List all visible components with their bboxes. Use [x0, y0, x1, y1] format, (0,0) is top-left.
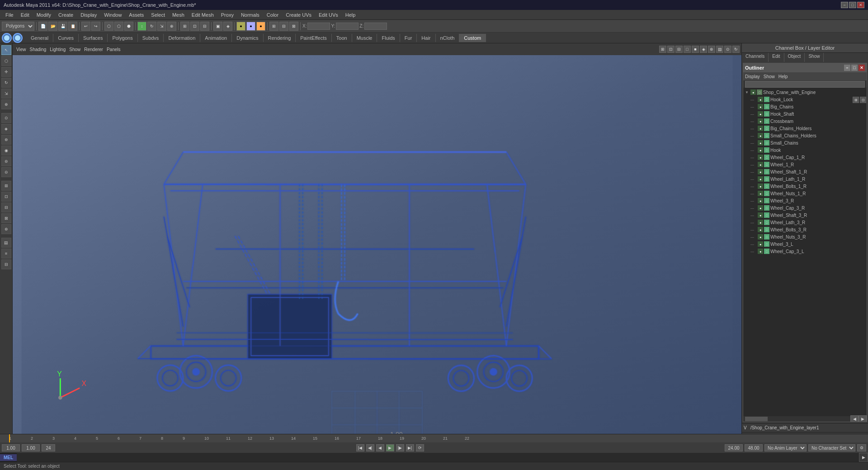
vp-shading[interactable]: Shading	[30, 47, 47, 52]
light3[interactable]: ●	[256, 22, 265, 31]
tree-item-6[interactable]: — ● □ Small_Chains_Holders	[743, 132, 867, 139]
outliner-close-btn[interactable]: ✕	[859, 65, 865, 71]
paint-select-btn[interactable]: ⬡	[1, 56, 11, 66]
light1[interactable]: ●	[236, 22, 245, 31]
save2-btn[interactable]: 📋	[68, 22, 77, 31]
tab-surfaces[interactable]: Surfaces	[79, 34, 108, 42]
tree-item-2[interactable]: — ● □ Big_Chains	[743, 103, 867, 110]
tab-deformation[interactable]: Deformation	[164, 34, 200, 42]
menu-editmesh[interactable]: Edit Mesh	[188, 11, 217, 19]
play-fwd-btn[interactable]: ▶	[386, 444, 394, 451]
tree-item-9[interactable]: — ● □ Wheel_Cap_1_R	[743, 154, 867, 161]
step-fwd-btn[interactable]: |▶	[396, 444, 404, 451]
ipr-btn[interactable]: ◈	[223, 22, 232, 31]
tab-polygons[interactable]: Polygons	[108, 34, 137, 42]
tree-item-16[interactable]: — ● □ Wheel_Cap_3_R	[743, 204, 867, 212]
tree-item-1[interactable]: — ● □ Hook_Lock	[743, 96, 867, 103]
tree-item-7[interactable]: — ● □ Small_Chains	[743, 139, 867, 146]
outliner-show[interactable]: Show	[764, 74, 775, 79]
menu-modify[interactable]: Modify	[33, 11, 55, 19]
menu-create[interactable]: Create	[55, 11, 77, 19]
x-input[interactable]	[307, 23, 330, 30]
mesh-snap-btn[interactable]: ⊟	[1, 202, 11, 212]
ch-tab-show[interactable]: Show	[805, 53, 824, 62]
tab-painteffects[interactable]: PaintEffects	[296, 34, 332, 42]
cmd-input[interactable]	[17, 453, 859, 462]
vp-icon-3[interactable]: ⊟	[675, 46, 683, 53]
hscroll-thumb[interactable]	[745, 417, 768, 421]
tree-item-20[interactable]: — ● □ Wheel_Nuts_3_R	[743, 233, 867, 240]
y-input[interactable]	[336, 23, 359, 30]
rotate-btn[interactable]: ↻	[147, 22, 156, 31]
vp-panels[interactable]: Panels	[107, 47, 121, 52]
lasso-btn[interactable]: ⬠	[114, 22, 123, 31]
menu-normals[interactable]: Normals	[237, 11, 263, 19]
menu-file[interactable]: File	[2, 11, 17, 19]
anim-end-input[interactable]	[725, 444, 743, 451]
tree-item-root[interactable]: ▼ ● □ Shop_Crane_with_Engine	[743, 89, 867, 96]
scale-btn[interactable]: ⇲	[157, 22, 166, 31]
layout2-btn[interactable]: ⊟	[279, 22, 288, 31]
tree-item-5[interactable]: — ● □ Big_Chains_Holders	[743, 125, 867, 132]
cmd-exec-btn[interactable]: ▶	[859, 453, 868, 462]
tab-rendering[interactable]: Rendering	[264, 34, 296, 42]
layout1-btn[interactable]: ⊞	[269, 22, 278, 31]
cluster-btn[interactable]: ⊛	[1, 135, 11, 145]
play-back-btn[interactable]: ◀	[376, 444, 384, 451]
light2[interactable]: ●	[246, 22, 255, 31]
tree-item-12[interactable]: — ● □ Wheel_Lath_1_R	[743, 175, 867, 183]
anim-layer-select[interactable]: No Anim Layer	[764, 444, 807, 451]
vp-lighting[interactable]: Lighting	[50, 47, 66, 52]
tree-item-14[interactable]: — ● □ Wheel_Nuts_1_R	[743, 190, 867, 197]
tab-hair[interactable]: Hair	[417, 34, 435, 42]
close-button[interactable]: ✕	[857, 2, 864, 8]
hscroll-right[interactable]: ▶	[859, 415, 867, 422]
select-btn[interactable]: ⬡	[104, 22, 113, 31]
current-frame-input[interactable]	[2, 444, 20, 451]
quick-sel-btn[interactable]: ⊟	[1, 259, 11, 269]
snap3-btn[interactable]: ⊟	[200, 22, 209, 31]
rotate-tool-btn[interactable]: ↻	[1, 78, 11, 88]
outliner-tree[interactable]: ▼ ● □ Shop_Crane_with_Engine — ● □ Hook_…	[743, 88, 867, 416]
jiggle-btn[interactable]: ◉	[1, 146, 11, 155]
ch-tab-object[interactable]: Object	[784, 53, 805, 62]
vp-icon-9[interactable]: ⊙	[724, 46, 731, 53]
sculpt-btn[interactable]: ◈	[1, 124, 11, 134]
menu-display[interactable]: Display	[77, 11, 100, 19]
point-snap-btn[interactable]: ⊛	[1, 224, 11, 234]
step-back-btn[interactable]: ◀|	[366, 444, 374, 451]
loop-btn[interactable]: ⟳	[416, 444, 424, 451]
outliner-help[interactable]: Help	[778, 74, 788, 79]
tree-item-8[interactable]: — ● □ Hook	[743, 146, 867, 154]
tree-item-18[interactable]: — ● □ Wheel_Lath_3_R	[743, 219, 867, 226]
tab-fluids[interactable]: Fluids	[377, 34, 400, 42]
z-input[interactable]	[364, 23, 387, 30]
menu-window[interactable]: Window	[100, 11, 125, 19]
outliner-display[interactable]: Display	[745, 74, 760, 79]
tree-item-13[interactable]: — ● □ Wheel_Bolts_1_R	[743, 183, 867, 190]
vp-renderer[interactable]: Renderer	[84, 47, 103, 52]
ch-tab-edit[interactable]: Edit	[769, 53, 784, 62]
render-btn[interactable]: ▣	[213, 22, 222, 31]
ch-icon-1[interactable]: ⊞	[853, 97, 859, 103]
vp-icon-5[interactable]: ■	[692, 46, 699, 53]
tab-subdvs[interactable]: Subdvs	[138, 34, 164, 42]
go-start-btn[interactable]: |◀	[356, 444, 364, 451]
last-tool-btn[interactable]: ⊕	[1, 99, 11, 109]
redo-btn[interactable]: ↪	[91, 22, 100, 31]
tab-muscle[interactable]: Muscle	[352, 34, 377, 42]
wire-btn[interactable]: ⊝	[1, 167, 11, 177]
show-attr-btn[interactable]: ≡	[1, 249, 11, 258]
spring-btn[interactable]: ⊜	[1, 156, 11, 166]
go-end-btn[interactable]: ▶|	[406, 444, 414, 451]
menu-color[interactable]: Color	[263, 11, 282, 19]
toggle-2[interactable]	[13, 33, 23, 43]
tree-item-22[interactable]: — ● □ Wheel_Cap_3_L	[743, 248, 867, 255]
char-set-select[interactable]: No Character Set	[808, 444, 855, 451]
mode-dropdown[interactable]: Polygons	[2, 22, 34, 31]
vp-view[interactable]: View	[16, 47, 26, 52]
hscroll-left[interactable]: ◀	[850, 415, 859, 422]
toggle-1[interactable]	[2, 33, 12, 43]
tab-dynamics[interactable]: Dynamics	[232, 34, 263, 42]
vp-icon-4[interactable]: □	[684, 46, 691, 53]
